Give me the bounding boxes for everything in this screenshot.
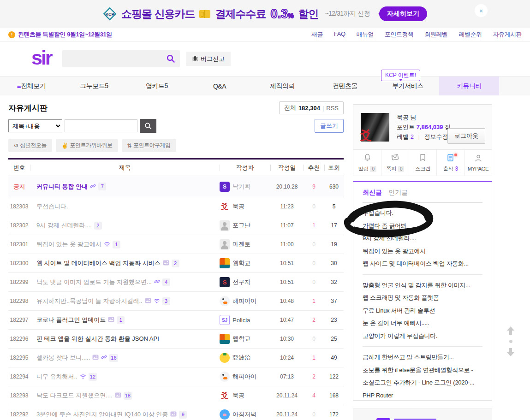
search-icon[interactable] (166, 54, 175, 65)
write-post-button[interactable]: 글쓰기 (315, 119, 344, 133)
latest-post-link[interactable]: 눈 온 길이 너무 예뻐서..... (363, 317, 482, 330)
latest-post-link[interactable]: 뒤집어 있는 옷 광고에서 (363, 245, 482, 258)
latest-post-link[interactable]: 고양이가 이렇게 무섭습니다. (363, 330, 482, 343)
tab-popular[interactable]: 인기글 (388, 189, 408, 197)
latest-post-link[interactable]: 초보를 위한 if else문을 연관배열형식으로~ (363, 364, 482, 377)
scroll-dot-icon[interactable] (509, 340, 512, 343)
page-title: 자유게시판 (8, 103, 48, 113)
author-name: 선구자 (232, 278, 250, 286)
credit-card-icon (199, 10, 210, 18)
latest-post-link[interactable]: 급하게 한번쓰고 말 스트링만들기... (363, 351, 482, 364)
post-author-cell[interactable]: 爻 묵공 (220, 390, 270, 401)
post-likes: 0 (304, 241, 324, 248)
post-title-link[interactable]: 유치하지만..묵공님이 늘 자랑하시길래.. (36, 297, 143, 305)
post-author-cell[interactable]: 웹학교 (220, 258, 270, 268)
post-author-cell[interactable]: S 선구자 (220, 277, 270, 287)
tab-latest[interactable]: 최신글 (363, 189, 382, 197)
utility-link[interactable]: 포인트정책 (385, 30, 414, 39)
bug-report-button[interactable]: 버그신고 (186, 52, 231, 66)
latest-post-link[interactable]: 무섭습니다. (363, 207, 482, 219)
logout-button[interactable]: 로그아웃 (447, 128, 485, 144)
post-title-link[interactable]: 너무 유치해서.. (36, 373, 77, 381)
post-title-link[interactable]: 핀 테크 앱을 위한 실시간 통화 환율 JSON API (36, 335, 159, 343)
contents-mall-notice[interactable]: ! 컨텐츠몰 특별할인 9월1일~12월31일 (8, 30, 112, 39)
banner-detail-button[interactable]: 자세히보기 (379, 6, 427, 21)
utility-links: 새글FAQ매뉴얼포인트정책회원레벨레벨순위자유게시판 (311, 30, 522, 39)
nav-item[interactable]: 그누보드5 (63, 77, 125, 95)
post-title-link[interactable]: 웹 사이트 및 데이터베이스 백업 자동화 서비스 (36, 259, 161, 267)
scroll-up-icon[interactable] (506, 325, 516, 336)
post-title-link[interactable]: 9시 강제 신데렐라.... (36, 221, 92, 230)
edit-profile-link[interactable]: 정보수정 (424, 133, 448, 140)
table-row: 182298 유치하지만..묵공님이 늘 자랑하시길래.. 3 (8, 292, 344, 311)
latest-post-link[interactable]: 9시 강제 신데렐라.... (363, 232, 482, 245)
profile-avatar[interactable] (361, 113, 389, 142)
nav-item[interactable]: ≡ 전체보기 (0, 77, 63, 95)
post-title-link[interactable]: 셀카봉 찾다 보니..... (36, 354, 90, 362)
warning-icon: ! (8, 31, 15, 38)
post-date: 11:07 (270, 222, 304, 229)
post-author-cell[interactable]: 마젠토 (220, 239, 270, 249)
post-title-link[interactable]: 낙도 댓글 이미지 업로드 기능 지원했으면... (36, 278, 152, 286)
post-author-cell[interactable]: 亞波治 (220, 353, 270, 363)
nav-item[interactable]: 컨텐츠몰 (314, 77, 376, 95)
utility-link[interactable]: FAQ (334, 30, 345, 39)
board-search-input[interactable] (65, 119, 137, 132)
latest-post-link[interactable]: 무료 Linux 서버 관리 솔루션 (363, 304, 482, 317)
total-count: 182,304 (298, 105, 320, 112)
profile-menu-item[interactable]: 출석 3 (436, 150, 464, 176)
nav-item[interactable]: Q&A (188, 77, 251, 95)
game-icon: ✌ (61, 142, 68, 149)
post-author-cell[interactable]: 爻 묵공 (220, 201, 270, 212)
utility-link[interactable]: 회원레벨 (425, 30, 448, 39)
game-button[interactable]: ✌ 포인트가위바위보 (56, 139, 118, 152)
latest-post-link[interactable]: 맞춤형 얼굴 인식 및 감지를 위한 이미지... (363, 279, 482, 292)
game-button[interactable]: ⇅ 포인트야구게임 (122, 139, 176, 152)
scroll-down-icon[interactable] (506, 347, 516, 357)
utility-link[interactable]: 새글 (311, 30, 323, 39)
link-icon (101, 354, 107, 361)
profile-menu-item[interactable]: 스크랩 (409, 150, 436, 176)
profile-menu-item[interactable]: 알림 0 (353, 150, 381, 176)
post-author-cell[interactable]: SJ Policia (220, 315, 270, 325)
post-author-cell[interactable]: 포그난 (220, 220, 270, 231)
post-title-link[interactable]: 무섭습니다. (36, 202, 68, 211)
nav-item[interactable]: 영카트5 (125, 77, 188, 95)
banner-close-icon[interactable]: × (475, 4, 488, 17)
post-author-cell[interactable]: 웹학교 (220, 334, 270, 344)
header-search-input[interactable] (62, 50, 180, 67)
nav-item[interactable]: 제작의뢰 (251, 77, 314, 95)
game-button[interactable]: ↺ 십년전오늘 (8, 139, 52, 152)
post-title-link[interactable]: 코로나 플러그인 업데이트 (36, 316, 106, 324)
image-icon (145, 298, 151, 305)
post-author-cell[interactable]: 아침저녁 (220, 409, 270, 420)
utility-link[interactable]: 자유게시판 (493, 30, 522, 39)
latest-post-link[interactable]: 가렵다 좀 긁어봐 (363, 219, 482, 232)
latest-post-link[interactable]: 웹 사이트 및 데이터베이스 백업 자동화... (363, 257, 482, 270)
board-search-button[interactable] (140, 119, 156, 133)
rss-link[interactable]: RSS (326, 105, 339, 112)
post-date: 10:47 (270, 317, 304, 323)
utility-link[interactable]: 레벨순위 (459, 30, 482, 39)
latest-post-link[interactable]: 웹 스크래핑 및 자동화 플랫폼 (363, 291, 482, 304)
latest-post-link[interactable]: 소셜로그인 추가하기 - Line 로그인 (2020-... (363, 376, 482, 389)
post-title-link[interactable]: 커뮤니티 통합 안내 (36, 183, 88, 191)
latest-post-link[interactable]: PHP Router (363, 389, 482, 401)
post-author-cell[interactable]: 해피아이 (220, 296, 270, 306)
table-row: 182303 무섭습니다. 爻 묵공 11:23 (8, 197, 344, 216)
post-title-link[interactable]: 3분안에 무슨 사진인지 알아내면 IQ140 이상 인증 (36, 410, 168, 419)
post-author-cell[interactable]: 해피아이 (220, 372, 270, 382)
post-views: 172 (324, 411, 344, 418)
profile-menu-item[interactable]: 쪽지 0 (381, 150, 409, 176)
nav-item[interactable]: 커뮤니티 (439, 77, 499, 95)
site-logo[interactable]: sir (31, 47, 52, 69)
post-table: 번호 제목 작성자 작성일 추천 조회 공지 커뮤니티 통합 안내 (8, 158, 344, 420)
search-scope-select[interactable]: 제목+내용 (8, 119, 62, 132)
author-name: 해피아이 (232, 297, 256, 305)
post-title-link[interactable]: 뒤집어 있는 옷 광고에서 (36, 240, 101, 248)
post-title-link[interactable]: 낙도 다크모드 지원했으면.... (36, 391, 113, 400)
profile-menu-item[interactable]: MYPAGE (464, 150, 492, 176)
utility-link[interactable]: 매뉴얼 (357, 30, 374, 39)
comment-count-badge: 4 (162, 278, 170, 286)
post-author-cell[interactable]: S 낙기획 (220, 182, 270, 192)
